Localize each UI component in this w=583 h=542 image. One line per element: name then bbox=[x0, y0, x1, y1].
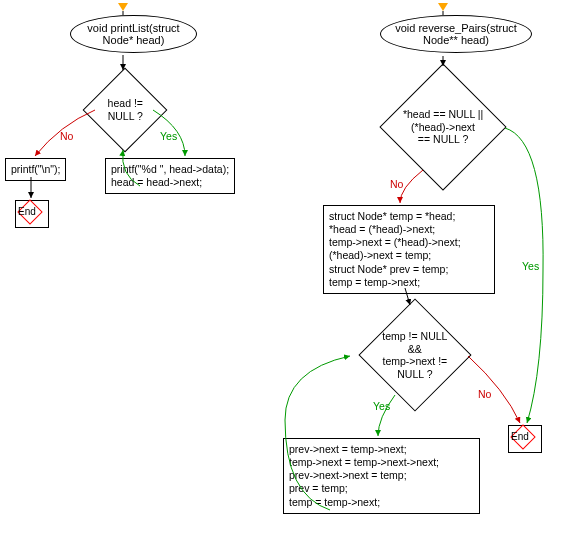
decision2-right: temp != NULL &&temp->next != NULL ? bbox=[358, 298, 471, 411]
edge-no-left: No bbox=[60, 130, 73, 142]
edge-yes1-right: Yes bbox=[522, 260, 539, 272]
process1-right-text: struct Node* temp = *head;*head = (*head… bbox=[329, 210, 461, 288]
decision1-right-text: *head == NULL || (*head)->next== NULL ? bbox=[399, 108, 487, 146]
decision-left-text: head != NULL ? bbox=[96, 97, 154, 122]
func-terminal-left: void printList(structNode* head) bbox=[70, 15, 197, 53]
edge-yes-left: Yes bbox=[160, 130, 177, 142]
process1-right: struct Node* temp = *head;*head = (*head… bbox=[323, 205, 495, 294]
process2-right: prev->next = temp->next;temp->next = tem… bbox=[283, 438, 480, 514]
process-no-left: printf("\n"); bbox=[5, 158, 66, 181]
end-right-text: End bbox=[511, 431, 529, 442]
decision2-right-text: temp != NULL &&temp->next != NULL ? bbox=[376, 330, 454, 380]
end-left: End bbox=[15, 200, 47, 226]
start-arrow-left bbox=[118, 3, 128, 11]
edge-no1-right: No bbox=[390, 178, 403, 190]
func-text-left: void printList(structNode* head) bbox=[87, 22, 179, 46]
process2-right-text: prev->next = temp->next;temp->next = tem… bbox=[289, 443, 439, 508]
edge-yes2-right: Yes bbox=[373, 400, 390, 412]
decision1-right: *head == NULL || (*head)->next== NULL ? bbox=[379, 63, 506, 190]
start-arrow-right bbox=[438, 3, 448, 11]
process-yes-left: printf("%d ", head->data);head = head->n… bbox=[105, 158, 235, 194]
func-terminal-right: void reverse_Pairs(structNode** head) bbox=[380, 15, 532, 53]
edge-no2-right: No bbox=[478, 388, 491, 400]
decision-left: head != NULL ? bbox=[83, 68, 168, 153]
func-text-right: void reverse_Pairs(structNode** head) bbox=[395, 22, 517, 46]
end-left-text: End bbox=[18, 206, 36, 217]
process-yes-left-text: printf("%d ", head->data);head = head->n… bbox=[111, 163, 229, 188]
end-right: End bbox=[508, 425, 540, 451]
process-no-left-text: printf("\n"); bbox=[11, 163, 60, 175]
